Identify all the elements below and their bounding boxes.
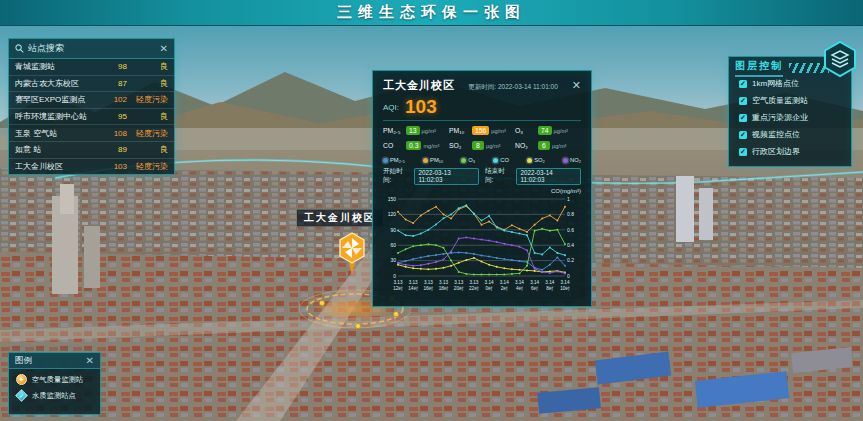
legend-item-label: 空气质量监测站 (32, 375, 83, 385)
app-root: { "header": { "title": "三维生态环保一张图" }, "l… (0, 0, 863, 421)
series-legend: PM₂.₅PM₁₀O₃COSO₂NO₂ (383, 157, 581, 163)
popup-title: 工大金川校区 (383, 78, 455, 93)
series-color-dot (493, 158, 498, 163)
layer-item[interactable]: ✓空气质量监测站 (729, 92, 851, 109)
checkbox-checked-icon[interactable]: ✓ (739, 114, 747, 122)
checkbox-checked-icon[interactable]: ✓ (739, 97, 747, 105)
svg-text:0.2: 0.2 (567, 257, 574, 263)
station-status: 轻度污染 (132, 94, 168, 105)
pollutant-unit: µg/m³ (422, 128, 436, 134)
station-row[interactable]: 如意 站89良 (9, 142, 174, 159)
station-row[interactable]: 内蒙古农大东校区87良 (9, 76, 174, 93)
station-name: 赛罕区EXPO监测点 (15, 94, 107, 105)
svg-text:3.1316时: 3.1316时 (424, 280, 434, 291)
station-row[interactable]: 玉泉 空气站108轻度污染 (9, 125, 174, 142)
series-legend-label: PM₂.₅ (390, 157, 405, 163)
station-row[interactable]: 赛罕区EXPO监测点102轻度污染 (9, 92, 174, 109)
layer-item[interactable]: ✓行政区划边界 (729, 143, 851, 160)
station-status: 良 (132, 111, 168, 122)
checkbox-checked-icon[interactable]: ✓ (739, 131, 747, 139)
map-legend-panel: 图例 ✕ ✦空气质量监测站✓水质监测站点 (8, 352, 101, 415)
pollutant-cell: CO0.3mg/m³ (383, 141, 449, 150)
station-aqi-value: 95 (107, 112, 127, 121)
map-station-tooltip[interactable]: 工大金川校区 (297, 209, 383, 227)
series-legend-label: CO (500, 157, 509, 163)
layer-item-label: 视频监控点位 (752, 129, 800, 140)
svg-text:0: 0 (567, 273, 570, 279)
pollutant-cell: SO₂8µg/m³ (449, 141, 515, 150)
svg-text:0: 0 (393, 273, 396, 279)
series-color-dot (383, 158, 388, 163)
series-color-dot (527, 158, 532, 163)
svg-text:120: 120 (388, 211, 397, 217)
svg-text:3.142时: 3.142时 (500, 280, 509, 291)
pollutant-name: SO₂ (449, 142, 470, 149)
layer-item-label: 1km网格点位 (752, 78, 799, 89)
station-name: 玉泉 空气站 (15, 128, 107, 139)
start-time-input[interactable]: 2022-03-13 11:02:03 (414, 168, 479, 185)
end-time-input[interactable]: 2022-03-14 11:02:03 (516, 168, 581, 185)
checkbox-checked-icon[interactable]: ✓ (739, 148, 747, 156)
pollutant-name: PM₂.₅ (383, 127, 404, 134)
station-aqi-value: 108 (107, 129, 127, 138)
search-icon[interactable] (15, 44, 24, 53)
series-legend-chip[interactable]: PM₁₀ (423, 157, 443, 163)
pollutant-unit: µg/m³ (554, 128, 568, 134)
station-marker-icon[interactable] (337, 231, 367, 277)
legend-list: ✦空气质量监测站✓水质监测站点 (9, 369, 100, 401)
aqi-detail-popup: 工大金川校区 更新时间: 2022-03-14 11:01:00 ✕ AQI: … (372, 70, 592, 307)
station-status: 良 (132, 78, 168, 89)
series-legend-chip[interactable]: PM₂.₅ (383, 157, 405, 163)
svg-text:3.1322时: 3.1322时 (469, 280, 479, 291)
time-range: 开始时间: 2022-03-13 11:02:03 结束时间: 2022-03-… (383, 167, 581, 185)
svg-text:3.1318时: 3.1318时 (439, 280, 449, 291)
series-legend-chip[interactable]: CO (493, 157, 509, 163)
svg-text:3.1312时: 3.1312时 (393, 280, 403, 291)
checkbox-checked-icon[interactable]: ✓ (739, 80, 747, 88)
layer-item[interactable]: ✓重点污染源企业 (729, 109, 851, 126)
station-panel-title: 站点搜索 (28, 42, 64, 55)
pollutant-grid: PM₂.₅13µg/m³PM₁₀156µg/m³O₃74µg/m³CO0.3mg… (383, 126, 581, 150)
pollutant-unit: µg/m³ (552, 143, 566, 149)
layer-item-label: 重点污染源企业 (752, 112, 808, 123)
update-time: 更新时间: 2022-03-14 11:01:00 (468, 83, 558, 92)
station-status: 轻度污染 (132, 161, 168, 172)
svg-text:90: 90 (390, 227, 396, 233)
station-name: 呼市环境监测中心站 (15, 111, 107, 122)
layer-item-label: 空气质量监测站 (752, 95, 808, 106)
series-legend-chip[interactable]: O₃ (461, 157, 475, 163)
pollutant-value: 0.3 (406, 141, 421, 150)
layer-item[interactable]: ✓视频监控点位 (729, 126, 851, 143)
pollutant-cell: PM₁₀156µg/m³ (449, 126, 515, 135)
series-legend-label: O₃ (468, 157, 475, 163)
pollutant-value: 6 (538, 141, 550, 150)
series-color-dot (563, 158, 568, 163)
station-row[interactable]: 工大金川校区103轻度污染 (9, 159, 174, 176)
svg-text:3.1314时: 3.1314时 (408, 280, 418, 291)
layer-list: ✓1km网格点位✓空气质量监测站✓重点污染源企业✓视频监控点位✓行政区划边界 (729, 75, 851, 160)
series-legend-chip[interactable]: SO₂ (527, 157, 545, 163)
station-row[interactable]: 青城监测站98良 (9, 59, 174, 76)
series-color-dot (423, 158, 428, 163)
close-icon[interactable]: ✕ (160, 44, 168, 54)
station-status: 良 (132, 61, 168, 72)
pollutant-unit: mg/m³ (423, 143, 439, 149)
layer-panel-title: 图层控制 (735, 59, 783, 77)
pollutant-cell: PM₂.₅13µg/m³ (383, 126, 449, 135)
series-color-dot (461, 158, 466, 163)
pollutant-value: 13 (406, 126, 420, 135)
station-aqi-value: 98 (107, 62, 127, 71)
layers-hexagon-button[interactable] (821, 40, 859, 78)
divider (383, 120, 581, 121)
series-legend-chip[interactable]: NO₂ (563, 157, 581, 163)
close-icon[interactable]: ✕ (572, 80, 581, 91)
water-station-marker-icon: ✓ (15, 389, 28, 402)
station-aqi-value: 102 (107, 95, 127, 104)
app-header: 三维生态环保一张图 (0, 0, 863, 26)
trend-chart[interactable]: 15011200.8900.6600.4300.2003.1312时3.1314… (383, 194, 583, 298)
close-icon[interactable]: ✕ (86, 356, 94, 366)
start-time-label: 开始时间: (383, 167, 410, 185)
station-row[interactable]: 呼市环境监测中心站95良 (9, 109, 174, 126)
station-status: 轻度污染 (132, 128, 168, 139)
svg-text:3.146时: 3.146时 (530, 280, 539, 291)
